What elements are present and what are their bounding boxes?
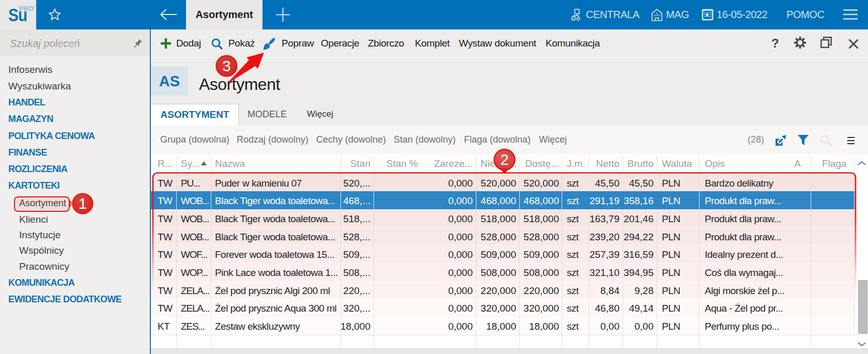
svg-text:1: 1 — [79, 195, 87, 212]
svg-text:3: 3 — [222, 58, 230, 74]
svg-text:2: 2 — [500, 151, 508, 168]
